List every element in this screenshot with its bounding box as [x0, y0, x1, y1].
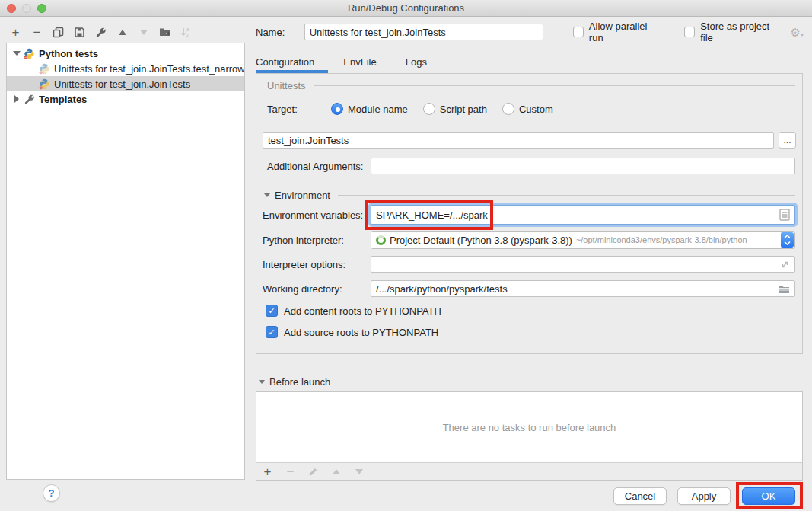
- python-interpreter-path: ~/opt/miniconda3/envs/pyspark-3.8/bin/py…: [576, 235, 747, 244]
- tree-item-python-tests[interactable]: Python tests: [7, 46, 244, 61]
- cancel-button-label: Cancel: [625, 490, 655, 502]
- before-launch-task-list: There are no tasks to run before launch …: [256, 391, 803, 481]
- help-button[interactable]: ?: [43, 484, 60, 502]
- run-debug-configurations-dialog: Run/Debug Configurations + − az Pytho: [0, 0, 812, 511]
- radio-unselected-icon[interactable]: [502, 103, 514, 115]
- python-interpreter-value: Project Default (Python 3.8 (pyspark-3.8…: [390, 235, 572, 246]
- tree-item-templates[interactable]: Templates: [7, 91, 244, 107]
- title-bar: Run/Debug Configurations: [0, 0, 812, 17]
- browse-module-button[interactable]: ...: [779, 132, 796, 149]
- store-as-project-file-checkbox[interactable]: Store as project file ⚙▾: [684, 21, 804, 43]
- collapse-triangle-icon[interactable]: [259, 380, 265, 384]
- target-module-input[interactable]: test_join.JoinTests: [263, 132, 774, 149]
- unittests-group-title: Unittests: [267, 80, 306, 91]
- environment-section-header[interactable]: Environment: [264, 190, 795, 201]
- browse-folder-icon[interactable]: [778, 284, 790, 294]
- before-launch-title: Before launch: [269, 376, 330, 388]
- tab-envfile[interactable]: EnvFile: [343, 52, 376, 75]
- interpreter-options-label: Interpreter options:: [263, 259, 371, 270]
- additional-arguments-label: Additional Arguments:: [267, 161, 371, 172]
- edit-templates-icon[interactable]: [94, 26, 107, 39]
- target-option-label: Script path: [440, 104, 487, 115]
- configurations-toolbar: + − az: [9, 24, 193, 40]
- remove-configuration-icon[interactable]: −: [30, 26, 43, 39]
- sort-configurations-icon: az: [180, 26, 193, 39]
- ok-button[interactable]: OK: [742, 487, 795, 505]
- ok-button-label: OK: [762, 490, 776, 502]
- additional-arguments-row: Additional Arguments:: [267, 158, 795, 174]
- python-interpreter-row: Python interpreter: Project Default (Pyt…: [263, 231, 795, 249]
- additional-arguments-input[interactable]: [371, 158, 795, 174]
- python-interpreter-label: Python interpreter:: [263, 235, 371, 246]
- add-content-roots-checkbox[interactable]: ✓ Add content roots to PYTHONPATH: [266, 305, 441, 317]
- collapse-triangle-icon[interactable]: [264, 193, 270, 197]
- tree-item-unittest-narrow[interactable]: Unittests for test_join.JoinTests.test_n…: [7, 61, 244, 76]
- name-input[interactable]: Unittests for test_join.JoinTests: [304, 24, 543, 40]
- move-task-down-icon: [352, 465, 365, 478]
- chevron-right-icon[interactable]: [13, 95, 21, 103]
- radio-selected-icon[interactable]: [331, 103, 343, 115]
- gear-icon[interactable]: ⚙▾: [791, 27, 804, 38]
- checkbox-checked-icon[interactable]: ✓: [266, 305, 278, 317]
- svg-text:a: a: [186, 27, 189, 32]
- expand-field-icon[interactable]: [780, 260, 790, 270]
- conda-env-icon: [376, 235, 386, 245]
- edit-task-icon: [307, 465, 320, 478]
- python-interpreter-select[interactable]: Project Default (Python 3.8 (pyspark-3.8…: [371, 231, 795, 249]
- environment-variables-input[interactable]: SPARK_HOME=/.../spark: [371, 205, 795, 225]
- target-option-script-path[interactable]: Script path: [419, 103, 487, 115]
- name-row: Name: Unittests for test_join.JoinTests …: [256, 24, 804, 40]
- interpreter-options-input[interactable]: [371, 256, 795, 273]
- allow-parallel-run-checkbox[interactable]: Allow parallel run: [573, 21, 664, 43]
- name-input-value: Unittests for test_join.JoinTests: [310, 27, 446, 38]
- combo-stepper-icon[interactable]: [781, 232, 794, 248]
- new-folder-icon[interactable]: [158, 26, 171, 39]
- allow-parallel-run-label: Allow parallel run: [589, 21, 664, 43]
- configurations-tree: Python tests Unittests for test_join.Joi…: [6, 43, 245, 480]
- tab-logs[interactable]: Logs: [406, 52, 427, 75]
- cancel-button[interactable]: Cancel: [613, 487, 667, 505]
- store-as-project-file-label: Store as project file: [700, 21, 784, 43]
- interpreter-options-row: Interpreter options:: [263, 256, 795, 273]
- add-content-roots-label: Add content roots to PYTHONPATH: [284, 305, 441, 317]
- templates-wrench-icon: [24, 94, 36, 104]
- working-directory-input[interactable]: /.../spark/python/pyspark/tests: [371, 280, 795, 297]
- move-up-icon[interactable]: [116, 26, 129, 39]
- target-option-module-name[interactable]: Module name: [326, 103, 408, 115]
- target-option-custom[interactable]: Custom: [498, 103, 553, 115]
- add-source-roots-label: Add source roots to PYTHONPATH: [284, 327, 438, 338]
- name-label: Name:: [256, 27, 304, 38]
- save-configuration-icon[interactable]: [73, 26, 86, 39]
- checkmark-icon: ✓: [268, 327, 275, 337]
- python-tests-icon: [24, 48, 36, 59]
- target-module-value: test_join.JoinTests: [268, 135, 349, 146]
- add-configuration-icon[interactable]: +: [9, 26, 22, 39]
- working-directory-label: Working directory:: [263, 283, 371, 295]
- svg-text:z: z: [186, 32, 189, 37]
- checkmark-icon: ✓: [268, 306, 275, 316]
- add-task-icon[interactable]: +: [261, 465, 274, 478]
- environment-section-title: Environment: [275, 190, 330, 201]
- radio-unselected-icon[interactable]: [423, 103, 435, 115]
- chevron-down-icon[interactable]: [13, 51, 21, 56]
- checkbox-checked-icon[interactable]: ✓: [266, 326, 278, 338]
- unittests-group-header: Unittests: [267, 80, 795, 91]
- add-source-roots-checkbox[interactable]: ✓ Add source roots to PYTHONPATH: [266, 326, 438, 338]
- environment-variables-row: Environment variables: SPARK_HOME=/.../s…: [263, 205, 795, 225]
- before-launch-toolbar: + −: [261, 465, 365, 478]
- tree-item-label: Templates: [39, 94, 87, 105]
- browse-env-vars-icon[interactable]: [779, 209, 790, 221]
- tree-item-unittest-jointests[interactable]: Unittests for test_join.JoinTests: [7, 76, 244, 91]
- copy-configuration-icon[interactable]: [52, 26, 65, 39]
- environment-variables-value: SPARK_HOME=/.../spark: [376, 209, 488, 221]
- checkbox-unchecked-icon[interactable]: [684, 27, 695, 37]
- checkbox-unchecked-icon[interactable]: [573, 27, 584, 37]
- apply-button[interactable]: Apply: [677, 487, 731, 505]
- tree-item-label: Unittests for test_join.JoinTests.test_n…: [54, 63, 244, 75]
- tree-item-label: Unittests for test_join.JoinTests: [54, 78, 190, 90]
- working-directory-value: /.../spark/python/pyspark/tests: [376, 283, 508, 295]
- python-test-icon: [39, 78, 51, 89]
- before-launch-section-header[interactable]: Before launch: [259, 376, 803, 388]
- target-option-label: Module name: [348, 104, 408, 115]
- target-row: Target: Module name Script path Custom: [267, 103, 795, 115]
